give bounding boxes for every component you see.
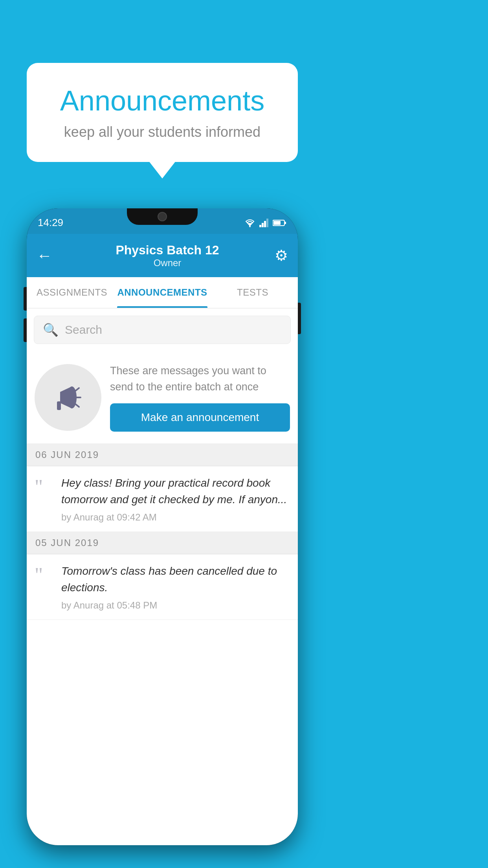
tab-assignments[interactable]: ASSIGNMENTS	[27, 277, 117, 308]
svg-rect-4	[266, 219, 268, 227]
status-icons	[244, 219, 287, 227]
signal-icon	[259, 219, 269, 227]
empty-state-text: These are messages you want to send to t…	[110, 363, 290, 395]
date-separator-1: 06 JUN 2019	[27, 444, 298, 466]
search-placeholder: Search	[65, 323, 102, 337]
tab-tests[interactable]: TESTS	[207, 277, 298, 308]
svg-rect-7	[273, 221, 281, 225]
search-bar[interactable]: 🔍 Search	[34, 316, 291, 344]
volume-down-button	[24, 318, 27, 342]
wifi-icon	[244, 219, 255, 227]
settings-icon[interactable]: ⚙	[275, 247, 288, 264]
announcement-item-2[interactable]: " Tomorrow's class has been cancelled du…	[27, 554, 298, 620]
status-time: 14:29	[38, 217, 63, 229]
quote-icon-1: "	[35, 477, 54, 497]
header-role: Owner	[60, 257, 275, 268]
tab-announcements[interactable]: ANNOUNCEMENTS	[117, 277, 207, 308]
svg-line-10	[75, 388, 79, 391]
announcement-content-1: Hey class! Bring your practical record b…	[61, 475, 290, 523]
date-separator-2: 05 JUN 2019	[27, 532, 298, 554]
svg-point-0	[249, 226, 251, 227]
phone-screen: 14:29	[27, 208, 298, 845]
search-icon: 🔍	[43, 322, 59, 337]
bubble-subtitle: keep all your students informed	[46, 124, 278, 140]
battery-icon	[273, 219, 287, 226]
svg-rect-1	[259, 225, 261, 227]
phone-content: 🔍 Search	[27, 309, 298, 845]
announcement-content-2: Tomorrow's class has been cancelled due …	[61, 563, 290, 611]
power-button	[298, 303, 301, 334]
bubble-title: Announcements	[46, 85, 278, 117]
empty-state: These are messages you want to send to t…	[27, 351, 298, 444]
megaphone-circle	[35, 364, 101, 431]
back-button[interactable]: ←	[37, 248, 52, 263]
empty-state-content: These are messages you want to send to t…	[110, 363, 290, 432]
volume-up-button	[24, 287, 27, 311]
announcement-meta-1: by Anurag at 09:42 AM	[61, 512, 290, 523]
phone-mockup: 14:29	[27, 208, 298, 845]
announcement-text-1: Hey class! Bring your practical record b…	[61, 475, 290, 508]
svg-rect-3	[264, 221, 266, 227]
header-title-group: Physics Batch 12 Owner	[60, 243, 275, 268]
speech-bubble-card: Announcements keep all your students inf…	[27, 63, 298, 162]
announcement-text-2: Tomorrow's class has been cancelled due …	[61, 563, 290, 596]
svg-rect-6	[284, 222, 286, 224]
announcement-meta-2: by Anurag at 05:48 PM	[61, 600, 290, 611]
header-batch-name: Physics Batch 12	[60, 243, 275, 257]
phone-notch	[127, 208, 198, 225]
quote-icon-2: "	[35, 565, 54, 585]
announcement-item-1[interactable]: " Hey class! Bring your practical record…	[27, 466, 298, 532]
speech-bubble: Announcements keep all your students inf…	[27, 63, 298, 162]
megaphone-icon	[50, 380, 86, 415]
svg-rect-13	[57, 401, 61, 410]
tabs-bar: ASSIGNMENTS ANNOUNCEMENTS TESTS	[27, 277, 298, 309]
svg-line-12	[75, 404, 79, 407]
svg-rect-2	[262, 223, 264, 227]
app-header: ← Physics Batch 12 Owner ⚙	[27, 234, 298, 277]
front-camera	[158, 212, 167, 221]
make-announcement-button[interactable]: Make an announcement	[110, 403, 290, 432]
